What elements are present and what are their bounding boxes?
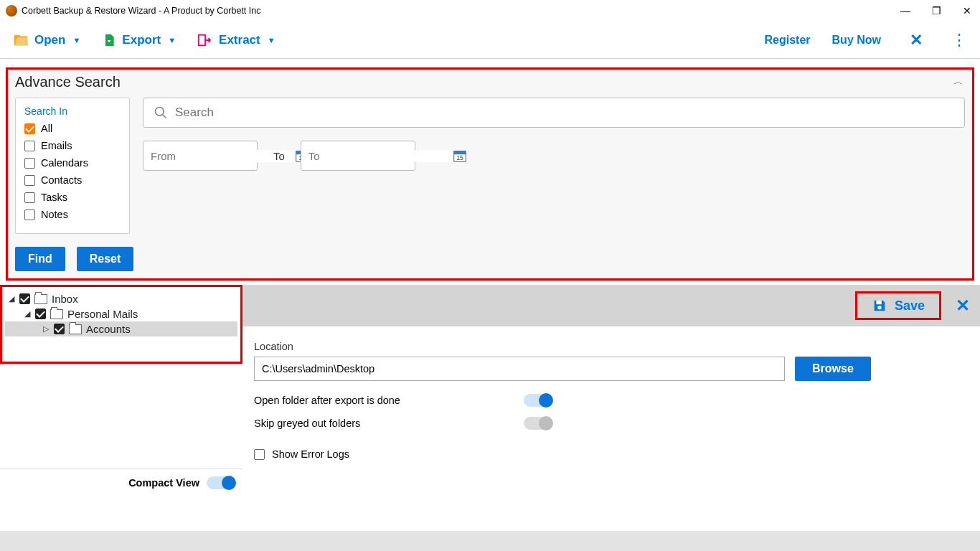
filter-all[interactable]: All	[24, 123, 121, 134]
open-folder-toggle[interactable]	[524, 394, 552, 407]
tree-item-inbox[interactable]: ◢ Inbox	[5, 291, 237, 306]
checkbox-icon	[24, 158, 35, 169]
save-button[interactable]: Save	[855, 291, 941, 320]
svg-rect-7	[454, 151, 466, 155]
checkbox-icon	[24, 175, 35, 186]
svg-rect-9	[876, 301, 881, 305]
folder-tree: ◢ Inbox ◢ Personal Mails ▷ Accounts	[0, 285, 242, 364]
status-bar	[0, 531, 980, 551]
folder-icon	[69, 324, 82, 334]
svg-text:15: 15	[456, 155, 463, 161]
titlebar: Corbett Backup & Restore Wizard - A Prod…	[0, 0, 980, 22]
date-to-label: To	[273, 150, 285, 162]
checkbox-icon	[24, 141, 35, 151]
app-icon	[6, 5, 17, 17]
search-in-box: Search In All Emails Calendars Contacts …	[15, 98, 130, 234]
save-icon	[872, 298, 887, 314]
show-error-logs-label: Show Error Logs	[272, 448, 349, 460]
open-menu[interactable]: Open ▼	[13, 32, 80, 48]
chevron-down-icon: ▼	[168, 36, 176, 44]
show-error-logs-row[interactable]: Show Error Logs	[254, 448, 969, 460]
skip-greyed-label: Skip greyed out folders	[254, 418, 524, 429]
compact-view-row: Compact View	[0, 468, 242, 496]
open-label: Open	[34, 33, 65, 47]
checkbox-icon	[24, 123, 35, 134]
extract-icon	[197, 32, 213, 48]
chevron-down-icon: ▼	[72, 36, 80, 44]
export-menu[interactable]: Export ▼	[102, 32, 176, 48]
date-from-field[interactable]: 15	[143, 141, 258, 171]
file-export-icon	[102, 32, 116, 48]
chevron-down-icon: ▼	[268, 36, 275, 44]
export-label: Export	[122, 33, 161, 47]
calendar-icon[interactable]: 15	[452, 141, 468, 170]
search-icon	[154, 105, 168, 120]
tree-item-accounts[interactable]: ▷ Accounts	[5, 321, 237, 336]
date-to-input[interactable]	[301, 150, 452, 162]
main-toolbar: Open ▼ Export ▼ Extract ▼ Register Buy N…	[0, 22, 980, 59]
search-in-label: Search In	[24, 105, 121, 117]
filter-emails[interactable]: Emails	[24, 140, 121, 151]
checkbox-icon	[254, 449, 265, 460]
minimize-button[interactable]: —	[900, 5, 910, 17]
location-input[interactable]	[254, 357, 785, 381]
maximize-button[interactable]: ❐	[932, 5, 941, 17]
checkbox-icon	[24, 192, 35, 203]
svg-rect-0	[199, 34, 205, 45]
filter-calendars[interactable]: Calendars	[24, 157, 121, 169]
date-from-input[interactable]	[143, 150, 294, 162]
svg-line-2	[163, 115, 166, 118]
location-label: Location	[254, 341, 969, 352]
checkbox-icon	[24, 209, 35, 220]
date-to-field[interactable]: 15	[301, 141, 415, 171]
svg-point-1	[156, 108, 164, 116]
expand-icon[interactable]: ◢	[24, 309, 31, 319]
checkbox-icon[interactable]	[54, 324, 65, 334]
tree-item-personal-mails[interactable]: ◢ Personal Mails	[5, 306, 237, 321]
folder-icon	[34, 294, 47, 304]
open-folder-label: Open folder after export is done	[254, 395, 524, 406]
more-menu-button[interactable]: ⋮	[951, 31, 967, 50]
search-box	[143, 98, 965, 128]
advance-search-title: Advance Search	[15, 74, 965, 90]
toolbar-close-button[interactable]: ✕	[910, 31, 923, 50]
register-button[interactable]: Register	[765, 34, 811, 47]
window-title: Corbett Backup & Restore Wizard - A Prod…	[22, 6, 260, 16]
expand-icon[interactable]: ◢	[8, 294, 15, 303]
save-bar: Save ✕	[242, 285, 980, 326]
buy-now-button[interactable]: Buy Now	[832, 34, 881, 47]
window-close-button[interactable]: ✕	[963, 5, 971, 17]
extract-menu[interactable]: Extract ▼	[197, 32, 275, 48]
filter-notes[interactable]: Notes	[24, 209, 121, 220]
extract-label: Extract	[219, 33, 260, 47]
filter-contacts[interactable]: Contacts	[24, 174, 121, 186]
checkbox-icon[interactable]	[35, 309, 46, 319]
expand-icon[interactable]: ▷	[42, 324, 50, 334]
browse-button[interactable]: Browse	[795, 357, 871, 381]
skip-greyed-toggle[interactable]	[524, 417, 552, 430]
panel-close-button[interactable]: ✕	[956, 296, 970, 316]
find-button[interactable]: Find	[15, 247, 65, 271]
advance-search-panel: Advance Search ︿ Search In All Emails Ca…	[6, 67, 974, 281]
search-input[interactable]	[175, 105, 954, 120]
compact-view-toggle[interactable]	[207, 476, 235, 489]
compact-view-label: Compact View	[128, 477, 199, 489]
checkbox-icon[interactable]	[19, 293, 30, 304]
folder-icon	[50, 309, 63, 319]
reset-button[interactable]: Reset	[77, 247, 134, 271]
folder-open-icon	[13, 32, 29, 48]
collapse-button[interactable]: ︿	[953, 75, 963, 88]
filter-tasks[interactable]: Tasks	[24, 192, 121, 203]
svg-point-10	[877, 306, 882, 310]
